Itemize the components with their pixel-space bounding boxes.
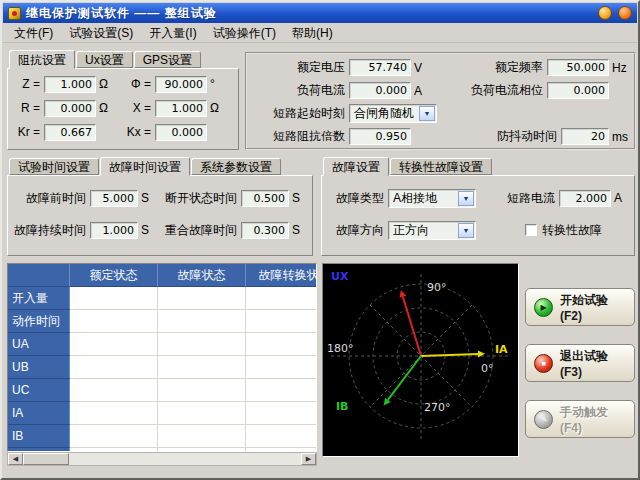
tab-fault-settings[interactable]: 故障设置 (323, 157, 389, 176)
fault-type-combo[interactable]: A相接地 ▼ (388, 189, 476, 208)
time-tabbody: 故障前时间 S 断开状态时间 S 故障持续时间 S 重合故障时间 S (7, 175, 313, 256)
scroll-left-button[interactable]: ◀ (8, 453, 23, 465)
header-blank (8, 264, 70, 287)
load-current-unit: A (414, 84, 422, 98)
play-icon: ▶ (534, 298, 553, 317)
table-cell (158, 379, 246, 402)
start-test-button[interactable]: ▶ 开始试验(F2) (525, 288, 635, 326)
kr-label: Kr = (14, 125, 40, 139)
manual-trigger-icon: ✎ (534, 410, 553, 429)
table-row: IA (8, 402, 317, 425)
table-cell (246, 333, 317, 356)
menu-help[interactable]: 帮助(H) (285, 24, 340, 43)
row-label: IB (8, 425, 70, 448)
fault-type-label: 故障类型 (328, 190, 384, 207)
horizontal-scrollbar[interactable]: ◀ ▶ (7, 452, 317, 466)
open-state-time-unit: S (292, 191, 300, 205)
menu-file[interactable]: 文件(F) (7, 24, 60, 43)
z-multiplier-label: 短路阻抗倍数 (253, 128, 345, 145)
manual-trigger-button[interactable]: ✎ 手动触发(F4) (525, 400, 635, 438)
table-cell (70, 425, 158, 448)
fault-settings-panel: 故障设置 转换性故障设置 故障类型 A相接地 ▼ 短路电流 A (321, 156, 635, 256)
close-button[interactable] (618, 6, 632, 20)
short-start-combo[interactable]: 合闸角随机 ▼ (349, 104, 437, 123)
load-current-input[interactable] (349, 82, 411, 99)
fault-tabstrip: 故障设置 转换性故障设置 (321, 156, 635, 175)
exit-test-button[interactable]: ■ 退出试验(F3) (525, 344, 635, 382)
results-table-wrap: 额定状态 故障状态 故障转换状态 开入量 动作时间 UA UB UC IA IB… (7, 263, 317, 452)
table-cell (158, 333, 246, 356)
menu-test-operation[interactable]: 试验操作(T) (206, 24, 283, 43)
fault-direction-label: 故障方向 (328, 222, 384, 239)
time-settings-panel: 试验时间设置 故障时间设置 系统参数设置 故障前时间 S 断开状态时间 S 故障… (7, 156, 313, 256)
z-multiplier-input[interactable] (349, 128, 411, 145)
impedance-panel: 阻抗设置 Ux设置 GPS设置 Z = Ω Φ = ° R = Ω X = (7, 49, 239, 150)
tab-ux-settings[interactable]: Ux设置 (76, 51, 133, 68)
row-label: UA (8, 333, 70, 356)
fault-duration-input[interactable] (90, 222, 138, 239)
tab-test-time[interactable]: 试验时间设置 (9, 158, 99, 175)
phi-unit: ° (210, 77, 215, 91)
window-title: 继电保护测试软件 —— 整组试验 (26, 5, 217, 22)
load-phase-input[interactable] (547, 82, 609, 99)
convert-fault-checkbox[interactable] (525, 224, 537, 236)
table-cell (70, 379, 158, 402)
header-rated-state: 额定状态 (70, 264, 158, 287)
table-cell (158, 287, 246, 310)
r-input[interactable] (44, 100, 96, 117)
tab-convert-fault-settings[interactable]: 转换性故障设置 (390, 158, 492, 175)
menu-test-settings[interactable]: 试验设置(S) (62, 24, 140, 43)
chevron-down-icon[interactable]: ▼ (419, 106, 435, 121)
kr-input[interactable] (44, 124, 96, 141)
fault-direction-combo[interactable]: 正方向 ▼ (388, 221, 476, 240)
tab-system-params[interactable]: 系统参数设置 (191, 158, 281, 175)
fault-type-value: A相接地 (393, 190, 457, 207)
load-phase-label: 负荷电流相位 (471, 82, 543, 99)
debounce-input[interactable] (561, 128, 609, 145)
titlebar-buttons (598, 6, 632, 20)
chevron-down-icon[interactable]: ▼ (458, 223, 474, 238)
phasor-canvas: UX 90° 180° 0° 270° IA IB (323, 264, 518, 456)
z-input[interactable] (44, 76, 96, 93)
titlebar: 继电保护测试软件 —— 整组试验 (3, 3, 637, 23)
tab-impedance-settings[interactable]: 阻抗设置 (9, 50, 75, 69)
main-content: 阻抗设置 Ux设置 GPS设置 Z = Ω Φ = ° R = Ω X = (3, 44, 637, 477)
header-fault-state: 故障状态 (158, 264, 246, 287)
stop-icon: ■ (534, 354, 553, 373)
row-label: 动作时间 (8, 310, 70, 333)
tab-fault-time[interactable]: 故障时间设置 (100, 157, 190, 176)
scrollbar-thumb[interactable] (23, 453, 69, 465)
phasor-label-ia: IA (495, 343, 508, 356)
short-current-input[interactable] (559, 190, 611, 207)
kx-input[interactable] (155, 124, 207, 141)
phasor-panel: UX 90° 180° 0° 270° IA IB (322, 263, 519, 457)
app-icon (8, 7, 21, 20)
rated-voltage-input[interactable] (349, 59, 411, 76)
short-current-label: 短路电流 (507, 190, 555, 207)
scroll-right-button[interactable]: ▶ (301, 453, 316, 465)
table-row: 开入量 (8, 287, 317, 310)
debounce-unit: ms (612, 130, 628, 144)
phasor-label-ib: IB (336, 400, 348, 413)
minimize-button[interactable] (598, 6, 612, 20)
rated-voltage-unit: V (414, 61, 422, 75)
table-cell (246, 310, 317, 333)
tab-gps-settings[interactable]: GPS设置 (134, 51, 201, 68)
prefault-time-input[interactable] (90, 190, 138, 207)
row-label: UB (8, 356, 70, 379)
fault-duration-label: 故障持续时间 (14, 222, 86, 239)
x-input[interactable] (155, 100, 207, 117)
phasor-label-270: 270° (424, 401, 451, 414)
convert-fault-label: 转换性故障 (542, 222, 602, 239)
menu-inputs[interactable]: 开入量(I) (142, 24, 203, 43)
app-window: 继电保护测试软件 —— 整组试验 文件(F) 试验设置(S) 开入量(I) 试验… (0, 0, 640, 480)
chevron-down-icon[interactable]: ▼ (458, 191, 474, 206)
rated-frequency-input[interactable] (547, 59, 609, 76)
table-cell (246, 287, 317, 310)
reclose-time-input[interactable] (241, 222, 289, 239)
phi-input[interactable] (155, 76, 207, 93)
scrollbar-track[interactable] (23, 453, 301, 465)
table-cell (70, 402, 158, 425)
table-cell (70, 310, 158, 333)
open-state-time-input[interactable] (241, 190, 289, 207)
